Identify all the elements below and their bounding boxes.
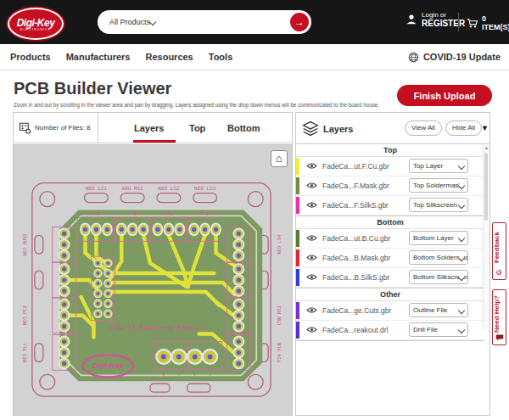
collapse-panel-icon[interactable]: ▼ (481, 124, 489, 132)
panel-scrollbar[interactable]: ▲ (483, 144, 489, 330)
cart-icon (467, 17, 478, 30)
arrow-right-icon: → (294, 16, 305, 28)
layer-row: FadeCa...B.Mask.gbr Bottom Soldermask (296, 249, 484, 268)
layers-stack-icon (302, 120, 319, 137)
side-label: NEO LS4 (277, 234, 282, 255)
digikey-logo[interactable]: Digi-Key ELECTRONICS (8, 8, 64, 40)
chevron-down-icon (458, 163, 465, 170)
polarity-label: + (193, 372, 197, 378)
layer-row: FadeCa...B.SilkS.gbr Bottom Silkscreen (296, 268, 484, 288)
header-divider (458, 13, 459, 31)
layer-filename: FadeCa...reakout.drl (322, 326, 388, 334)
layers-list: Top FadeCa...ut.F.Cu.gbr Top Layer FadeC… (296, 144, 484, 341)
search-category-select[interactable]: All Products (109, 18, 150, 26)
layer-assignment-select[interactable]: Bottom Soldermask (409, 250, 468, 265)
feedback-tab[interactable]: Feedback (492, 222, 506, 280)
layer-filename: FadeCa...F.SilkS.gbr (322, 201, 389, 210)
pcb-viewer-canvas[interactable]: NEO LS1 ARG RS1 NEO LS2 NEO LS3 Brg Brg … (13, 144, 293, 416)
logo-text: Digi-Key (17, 17, 55, 29)
view-all-button[interactable]: View All (405, 120, 442, 136)
layer-color-swatch (296, 322, 299, 339)
visibility-eye-icon[interactable] (306, 201, 317, 209)
visibility-eye-icon[interactable] (306, 234, 317, 242)
nav-item-manufacturers[interactable]: Manufacturers (66, 52, 131, 62)
file-count-label: Number of Files: 8 (35, 124, 90, 132)
person-icon (406, 14, 417, 25)
chevron-down-icon (458, 235, 465, 242)
layer-assignment-select[interactable]: Top Layer (409, 159, 468, 173)
visibility-eye-icon[interactable] (306, 182, 317, 189)
connector-label: NEO LS1 (86, 185, 108, 191)
layers-panel: Layers View All Hide All ▼ Top FadeCa...… (295, 112, 490, 416)
group-label: Brg (129, 210, 137, 216)
visibility-eye-icon[interactable] (306, 273, 317, 281)
layer-assignment-value: Bottom Layer (413, 234, 454, 242)
layer-assignment-value: Top Layer (413, 162, 443, 170)
files-icon (19, 121, 31, 134)
section-header-top: Top (296, 144, 484, 157)
layer-assignment-select[interactable]: Drill File (409, 322, 468, 337)
visibility-eye-icon[interactable] (306, 326, 317, 333)
side-label: NEO AUX2 (22, 233, 27, 255)
side-label: P24 PLN (277, 343, 282, 362)
speech-bubble-icon (495, 333, 504, 342)
layers-panel-title: Layers (323, 124, 353, 134)
search-bar[interactable]: All Products → (98, 10, 311, 34)
need-help-tab[interactable]: Need Help? (492, 289, 506, 345)
logo-subtext: ELECTRONICS (20, 28, 51, 31)
pcb-builder-page: Digi-Key ELECTRONICS All Products → Logi… (0, 0, 509, 420)
group-label: Brg (92, 210, 100, 216)
reset-view-button[interactable]: ⌂ (271, 150, 288, 167)
layer-filename: FadeCa...ut.F.Cu.gbr (322, 162, 389, 171)
scrollbar-thumb[interactable] (484, 153, 488, 221)
visibility-eye-icon[interactable] (306, 306, 317, 314)
hide-all-button[interactable]: Hide All (445, 120, 482, 136)
polarity-label: - (208, 372, 211, 378)
covid-label: COVID-19 Update (423, 52, 501, 62)
page-title: PCB Builder Viewer (14, 79, 171, 98)
scroll-up-arrow[interactable]: ▲ (484, 145, 489, 150)
chevron-down-icon (458, 327, 465, 333)
chevron-down-icon (458, 202, 465, 209)
layer-assignment-select[interactable]: Bottom Silkscreen (409, 270, 468, 284)
layer-filename: FadeCa...ge.Cuts.gbr (322, 306, 391, 315)
visibility-eye-icon[interactable] (306, 254, 317, 261)
nav-item-products[interactable]: Products (10, 52, 51, 62)
layer-assignment-select[interactable]: Outline File (409, 303, 468, 317)
layer-filename: FadeCa...ut.B.Cu.gbr (322, 234, 390, 243)
layer-color-swatch (296, 158, 299, 175)
layer-color-swatch (296, 249, 299, 266)
pcb-board-render: NEO LS1 ARG RS1 NEO LS2 NEO LS3 Brg Brg … (14, 145, 292, 415)
side-label: CSN RS3 (277, 305, 282, 325)
login-register-link[interactable]: Login or REGISTER (406, 11, 465, 29)
layer-assignment-select[interactable]: Top Soldermask (409, 178, 468, 193)
connector-label: NEO LS2 (158, 185, 180, 191)
search-button[interactable]: → (290, 13, 309, 31)
cart-link[interactable]: 0 ITEM(S) (467, 14, 509, 31)
tab-layers[interactable]: Layers (134, 113, 164, 143)
svg-text:Digi-Key: Digi-Key (92, 361, 124, 370)
chevron-down-icon (458, 307, 465, 314)
covid-update-link[interactable]: COVID-19 Update (408, 44, 501, 70)
tab-bottom[interactable]: Bottom (227, 113, 260, 143)
section-header-bottom: Bottom (296, 216, 484, 229)
nav-item-tools[interactable]: Tools (209, 52, 233, 62)
board-title-text: Claw II FadeCandy Breakout (109, 324, 208, 332)
layer-row: FadeCa...ut.F.Cu.gbr Top Layer (296, 157, 484, 176)
visibility-eye-icon[interactable] (306, 162, 317, 170)
side-label: NEO PLL (22, 342, 27, 362)
layer-assignment-value: Top Silkscreen (413, 201, 457, 209)
page-subtitle: Zoom in and out by scrolling in the view… (14, 101, 379, 109)
layer-row: FadeCa...F.SilkS.gbr Top Silkscreen (296, 196, 484, 216)
feedback-label: Feedback (493, 227, 506, 269)
connector-label: NEO LS3 (194, 185, 216, 191)
tab-top[interactable]: Top (189, 113, 205, 143)
layer-assignment-select[interactable]: Top Silkscreen (409, 198, 468, 212)
home-icon: ⌂ (276, 152, 282, 165)
finish-upload-button[interactable]: Finish Upload (397, 85, 492, 106)
site-header: Digi-Key ELECTRONICS All Products → Logi… (0, 0, 509, 44)
layer-assignment-select[interactable]: Bottom Layer (409, 231, 468, 245)
layer-color-swatch (296, 177, 299, 194)
layer-row: FadeCa...reakout.drl Drill File (296, 321, 484, 340)
nav-item-resources[interactable]: Resources (145, 52, 193, 62)
